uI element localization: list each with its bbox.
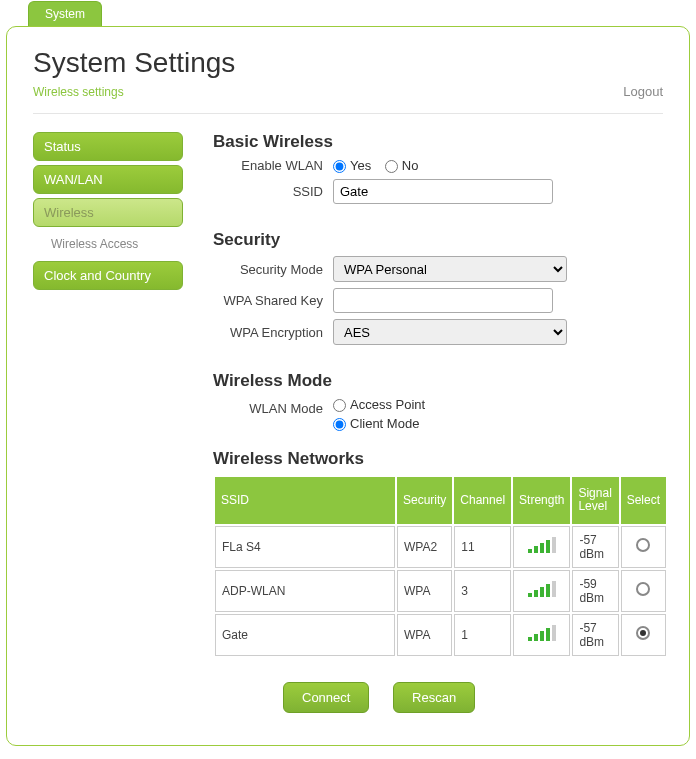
section-wireless-mode: Wireless Mode bbox=[213, 371, 668, 391]
col-select: Select bbox=[621, 477, 666, 523]
settings-panel: System Settings Wireless settings Logout… bbox=[6, 26, 690, 746]
cell-select[interactable] bbox=[621, 526, 666, 568]
enable-wlan-yes-radio[interactable] bbox=[333, 160, 346, 173]
cell-channel: 3 bbox=[454, 570, 511, 612]
cell-signal-level: -57 dBm bbox=[572, 526, 618, 568]
table-row: FLa S4WPA211-57 dBm bbox=[215, 526, 666, 568]
enable-wlan-yes[interactable]: Yes bbox=[333, 158, 375, 173]
ssid-input[interactable] bbox=[333, 179, 553, 204]
wlan-mode-label: WLAN Mode bbox=[213, 397, 333, 416]
sidebar: Status WAN/LAN Wireless Wireless Access … bbox=[33, 132, 183, 713]
table-row: ADP-WLANWPA3-59 dBm bbox=[215, 570, 666, 612]
signal-bars-icon bbox=[528, 625, 556, 641]
select-radio[interactable] bbox=[636, 626, 650, 640]
sidebar-item-wireless-access[interactable]: Wireless Access bbox=[33, 231, 183, 257]
cell-select[interactable] bbox=[621, 614, 666, 656]
select-radio[interactable] bbox=[636, 538, 650, 552]
signal-bars-icon bbox=[528, 537, 556, 553]
breadcrumb: Wireless settings bbox=[33, 85, 235, 99]
col-security: Security bbox=[397, 477, 452, 523]
wpa-key-input[interactable] bbox=[333, 288, 553, 313]
wpa-encryption-select[interactable]: AES bbox=[333, 319, 567, 345]
section-wireless-networks: Wireless Networks bbox=[213, 449, 668, 469]
wpa-key-label: WPA Shared Key bbox=[213, 293, 333, 308]
wlan-mode-ap-radio[interactable] bbox=[333, 399, 346, 412]
wlan-mode-ap[interactable]: Access Point bbox=[333, 397, 425, 412]
section-security: Security bbox=[213, 230, 668, 250]
col-signal: Signal Level bbox=[572, 477, 618, 523]
sidebar-item-status[interactable]: Status bbox=[33, 132, 183, 161]
sidebar-item-wireless[interactable]: Wireless bbox=[33, 198, 183, 227]
cell-channel: 1 bbox=[454, 614, 511, 656]
ssid-label: SSID bbox=[213, 184, 333, 199]
cell-strength bbox=[513, 570, 570, 612]
cell-ssid: ADP-WLAN bbox=[215, 570, 395, 612]
cell-signal-level: -57 dBm bbox=[572, 614, 618, 656]
rescan-button[interactable]: Rescan bbox=[393, 682, 475, 713]
cell-strength bbox=[513, 526, 570, 568]
page-title: System Settings bbox=[33, 47, 235, 79]
cell-ssid: Gate bbox=[215, 614, 395, 656]
col-channel: Channel bbox=[454, 477, 511, 523]
section-basic-wireless: Basic Wireless bbox=[213, 132, 668, 152]
signal-bars-icon bbox=[528, 581, 556, 597]
wlan-mode-client-radio[interactable] bbox=[333, 418, 346, 431]
security-mode-select[interactable]: WPA Personal bbox=[333, 256, 567, 282]
cell-security: WPA bbox=[397, 614, 452, 656]
cell-signal-level: -59 dBm bbox=[572, 570, 618, 612]
col-ssid: SSID bbox=[215, 477, 395, 523]
cell-channel: 11 bbox=[454, 526, 511, 568]
sidebar-item-wan-lan[interactable]: WAN/LAN bbox=[33, 165, 183, 194]
enable-wlan-no[interactable]: No bbox=[385, 158, 419, 173]
top-tab-system[interactable]: System bbox=[28, 1, 102, 26]
networks-table: SSID Security Channel Strength Signal Le… bbox=[213, 475, 668, 657]
cell-select[interactable] bbox=[621, 570, 666, 612]
enable-wlan-no-radio[interactable] bbox=[385, 160, 398, 173]
sidebar-item-clock-country[interactable]: Clock and Country bbox=[33, 261, 183, 290]
logout-link[interactable]: Logout bbox=[623, 84, 663, 99]
wpa-encryption-label: WPA Encryption bbox=[213, 325, 333, 340]
wlan-mode-client[interactable]: Client Mode bbox=[333, 416, 419, 431]
security-mode-label: Security Mode bbox=[213, 262, 333, 277]
cell-strength bbox=[513, 614, 570, 656]
select-radio[interactable] bbox=[636, 582, 650, 596]
cell-security: WPA2 bbox=[397, 526, 452, 568]
table-row: GateWPA1-57 dBm bbox=[215, 614, 666, 656]
enable-wlan-label: Enable WLAN bbox=[213, 158, 333, 173]
cell-ssid: FLa S4 bbox=[215, 526, 395, 568]
cell-security: WPA bbox=[397, 570, 452, 612]
connect-button[interactable]: Connect bbox=[283, 682, 369, 713]
col-strength: Strength bbox=[513, 477, 570, 523]
